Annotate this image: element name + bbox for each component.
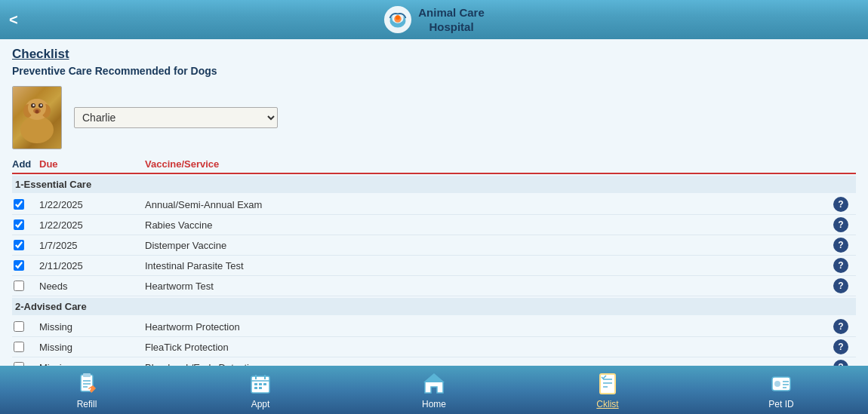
section-header-advised: 2-Advised Care [12,298,856,315]
svg-rect-26 [254,383,257,385]
table-row: 1/7/2025Distemper Vaccine? [12,235,856,256]
cklist-icon [594,370,621,397]
nav-label-refill: Refill [77,399,97,409]
bottom-nav: Refill Appt Home Cklist Pet ID [0,366,868,414]
help-icon[interactable]: ? [833,360,848,366]
help-icon[interactable]: ? [833,278,848,293]
back-button[interactable]: < [9,11,18,29]
table-row: MissingFleaTick Protection? [12,337,856,357]
svg-point-37 [774,381,780,387]
svg-point-15 [35,110,39,114]
nav-label-cklist: Cklist [596,399,618,409]
nav-label-petid: Pet ID [768,399,793,409]
svg-point-12 [32,104,34,106]
app-title: Animal Care Hospital [418,5,485,35]
logo-icon [383,5,412,34]
page-title: Checklist [12,47,856,62]
row-due-date: Needs [39,281,145,292]
header-logo: Animal Care Hospital [383,5,485,35]
appt-icon [247,370,274,397]
help-icon[interactable]: ? [833,197,848,212]
row-service-name: Distemper Vaccine [145,240,833,251]
row-service-name: FleaTick Protection [145,342,833,353]
table-row: MissingHeartworm Protection? [12,317,856,337]
row-service-name: Heartworm Protection [145,321,833,333]
col-header-service: Vaccine/Service [145,158,856,170]
row-checkbox[interactable] [14,219,24,230]
petid-icon [768,370,795,397]
help-icon[interactable]: ? [833,217,848,232]
svg-rect-17 [83,373,91,377]
dog-image [14,88,60,147]
svg-rect-28 [263,383,266,385]
row-checkbox[interactable] [14,342,24,352]
help-icon[interactable]: ? [833,238,848,253]
table-row: NeedsHeartworm Test? [12,276,856,296]
row-due-date: Missing [39,321,145,333]
main-content: Checklist Preventive Care Recommended fo… [0,39,868,366]
nav-label-appt: Appt [251,399,270,409]
svg-rect-30 [259,387,262,389]
page-subtitle: Preventive Care Recommended for Dogs [12,65,856,77]
svg-rect-29 [254,387,257,389]
row-due-date: 1/7/2025 [39,240,145,251]
nav-item-petid[interactable]: Pet ID [751,370,811,409]
home-icon [420,370,448,397]
row-checkbox[interactable] [14,321,24,332]
row-checkbox[interactable] [14,199,24,210]
help-icon[interactable]: ? [833,319,848,334]
nav-item-home[interactable]: Home [404,370,464,409]
row-service-name: Annual/Semi-Annual Exam [145,199,833,210]
row-service-name: Rabies Vaccine [145,219,833,231]
col-header-due: Due [39,158,145,170]
row-service-name: Heartworm Test [145,281,833,292]
row-checkbox[interactable] [14,281,24,291]
row-service-name: Intestinal Parasite Test [145,260,833,271]
nav-item-appt[interactable]: Appt [230,370,291,409]
table-row: 1/22/2025Rabies Vaccine? [12,215,856,235]
svg-point-4 [396,15,400,20]
nav-item-refill[interactable]: Refill [57,370,117,409]
checklist-container: 1-Essential Care1/22/2025Annual/Semi-Ann… [12,176,856,366]
table-row: MissingBloodwork/Early Detection? [12,357,856,366]
col-header-add: Add [12,158,39,170]
svg-point-13 [40,104,42,106]
nav-label-home: Home [422,399,446,409]
svg-rect-32 [600,374,615,394]
row-checkbox[interactable] [14,260,24,271]
svg-rect-27 [259,383,262,385]
pet-photo [12,86,62,149]
pet-photo-image [13,87,61,149]
section-header-essential: 1-Essential Care [12,176,856,193]
table-header: Add Due Vaccine/Service [12,158,856,174]
svg-point-9 [28,99,46,117]
row-due-date: Missing [39,342,145,353]
svg-marker-31 [423,373,445,382]
row-due-date: 1/22/2025 [39,199,145,210]
table-row: 2/11/2025Intestinal Parasite Test? [12,256,856,276]
row-due-date: 2/11/2025 [39,260,145,271]
table-row: 1/22/2025Annual/Semi-Annual Exam? [12,195,856,215]
refill-icon [73,370,100,397]
pet-section: Charlie Buddy Max [12,86,856,149]
pet-selector[interactable]: Charlie Buddy Max [74,107,278,128]
app-header: < Animal Care Hospital [0,0,868,39]
help-icon[interactable]: ? [833,339,848,354]
nav-item-cklist[interactable]: Cklist [577,370,638,409]
help-icon[interactable]: ? [833,258,848,273]
svg-point-5 [20,116,54,143]
row-due-date: 1/22/2025 [39,219,145,231]
row-checkbox[interactable] [14,240,24,250]
